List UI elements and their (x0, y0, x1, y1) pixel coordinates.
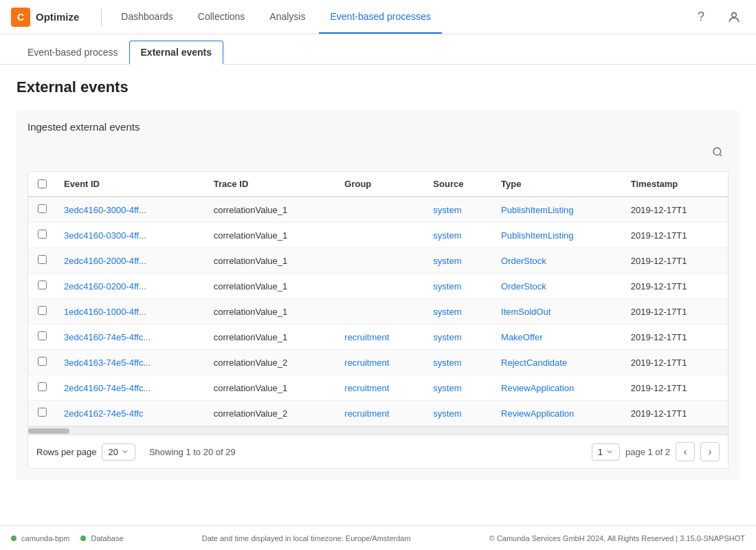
row-type: OrderStock (493, 248, 623, 274)
row-trace-id: correlationValue_1 (205, 248, 337, 274)
footer: camunda-bpm Database Date and time displ… (0, 525, 756, 550)
page-controls: 1 page 1 of 2 ‹ › (592, 442, 720, 461)
row-checkbox[interactable] (38, 230, 47, 239)
row-timestamp: 2019-12-17T1 (623, 299, 728, 324)
row-checkbox-cell (28, 274, 56, 299)
row-type: ReviewApplication (493, 375, 623, 401)
header-group: Group (336, 172, 425, 197)
row-trace-id: correlationValue_2 (205, 401, 337, 426)
row-type: OrderStock (493, 274, 623, 299)
page-number-select[interactable]: 1 (592, 443, 620, 461)
table-row: 2edc4160-2000-4ff... correlationValue_1 … (28, 248, 728, 274)
row-checkbox[interactable] (38, 382, 47, 391)
row-type: MakeOffer (493, 324, 623, 350)
status-camunda: camunda-bpm (11, 534, 69, 542)
page-content: External events Ingested external events (0, 65, 756, 525)
search-button[interactable] (707, 141, 729, 163)
table-row: 3edc4160-3000-4ff... correlationValue_1 … (28, 197, 728, 223)
page-title: External events (16, 78, 740, 96)
svg-point-1 (713, 148, 721, 155)
row-source: system (425, 223, 493, 248)
row-event-id: 2edc4160-2000-4ff... (56, 248, 205, 274)
table-row: 2edc4160-0200-4ff... correlationValue_1 … (28, 274, 728, 299)
row-checkbox[interactable] (38, 204, 47, 213)
row-event-id: 2edc4160-0200-4ff... (56, 274, 205, 299)
database-status-label: Database (91, 534, 123, 542)
page-chevron-down-icon (605, 448, 614, 456)
svg-line-2 (720, 154, 722, 156)
card-title: Ingested external events (27, 121, 729, 133)
select-all-checkbox[interactable] (38, 179, 47, 188)
row-timestamp: 2019-12-17T1 (623, 248, 728, 274)
row-trace-id: correlationValue_1 (205, 274, 337, 299)
copyright-text: © Camunda Services GmbH 2024, All Rights… (489, 534, 745, 542)
row-event-id: 2edc4160-74e5-4ffc... (56, 375, 205, 401)
row-timestamp: 2019-12-17T1 (623, 324, 728, 350)
row-checkbox-cell (28, 401, 56, 426)
timezone-text: Date and time displayed in local timezon… (202, 534, 411, 542)
events-table: Event ID Trace ID Group Source Type Time… (28, 172, 728, 426)
row-checkbox[interactable] (38, 408, 47, 417)
pagination-row: Rows per page 20 Showing 1 to 20 of 29 1 (28, 434, 728, 468)
row-checkbox-cell (28, 324, 56, 350)
row-checkbox-cell (28, 248, 56, 274)
row-timestamp: 2019-12-17T1 (623, 274, 728, 299)
row-checkbox-cell (28, 197, 56, 223)
row-timestamp: 2019-12-17T1 (623, 197, 728, 223)
row-checkbox[interactable] (38, 331, 47, 340)
header-source: Source (425, 172, 493, 197)
rows-per-page-label: Rows per page (36, 447, 96, 457)
row-trace-id: correlationValue_1 (205, 223, 337, 248)
row-checkbox[interactable] (38, 255, 47, 264)
header-timestamp: Timestamp (623, 172, 728, 197)
showing-text: Showing 1 to 20 of 29 (149, 447, 236, 457)
tab-external-events[interactable]: External events (129, 41, 224, 65)
row-source: system (425, 375, 493, 401)
camunda-status-dot (11, 536, 16, 541)
row-source: system (425, 299, 493, 324)
prev-page-button[interactable]: ‹ (676, 442, 695, 461)
horizontal-scrollbar[interactable] (28, 426, 728, 434)
nav-item-collections[interactable]: Collections (187, 0, 256, 34)
row-trace-id: correlationValue_1 (205, 299, 337, 324)
brand-name: Optimize (36, 11, 79, 23)
row-checkbox[interactable] (38, 280, 47, 289)
header-checkbox-cell (28, 172, 56, 197)
row-group (336, 248, 425, 274)
nav-item-dashboards[interactable]: Dashboards (110, 0, 184, 34)
user-button[interactable] (723, 6, 745, 28)
table-row: 3edc4160-74e5-4ffc... correlationValue_1… (28, 324, 728, 350)
row-timestamp: 2019-12-17T1 (623, 401, 728, 426)
row-event-id: 3edc4160-74e5-4ffc... (56, 324, 205, 350)
header-type: Type (493, 172, 623, 197)
next-page-button[interactable]: › (700, 442, 720, 461)
row-group (336, 299, 425, 324)
footer-right: © Camunda Services GmbH 2024, All Rights… (489, 534, 745, 542)
row-group (336, 274, 425, 299)
header-trace-id: Trace ID (205, 172, 337, 197)
scrollbar-thumb[interactable] (28, 428, 69, 434)
row-trace-id: correlationValue_1 (205, 375, 337, 401)
nav-item-analysis[interactable]: Analysis (258, 0, 316, 34)
row-source: system (425, 197, 493, 223)
row-checkbox[interactable] (38, 306, 47, 315)
table-header-row: Event ID Trace ID Group Source Type Time… (28, 172, 728, 197)
row-type: PublishItemListing (493, 197, 623, 223)
rows-per-page: Rows per page 20 (36, 443, 135, 461)
row-source: system (425, 401, 493, 426)
rows-per-page-value: 20 (108, 447, 118, 457)
rows-per-page-select[interactable]: 20 (102, 443, 135, 461)
header-event-id: Event ID (56, 172, 205, 197)
top-nav: C Optimize Dashboards Collections Analys… (0, 0, 756, 34)
table-row: 2edc4160-74e5-4ffc... correlationValue_1… (28, 375, 728, 401)
row-timestamp: 2019-12-17T1 (623, 375, 728, 401)
footer-center: Date and time displayed in local timezon… (137, 534, 476, 542)
database-status-dot (80, 536, 86, 541)
help-button[interactable]: ? (690, 6, 712, 28)
tab-event-based-process[interactable]: Event-based process (16, 41, 129, 65)
row-group (336, 223, 425, 248)
row-event-id: 3edc4160-0300-4ff... (56, 223, 205, 248)
chevron-down-icon (121, 448, 129, 456)
row-checkbox[interactable] (38, 357, 47, 366)
nav-item-event-based-processes[interactable]: Event-based processes (319, 0, 441, 34)
